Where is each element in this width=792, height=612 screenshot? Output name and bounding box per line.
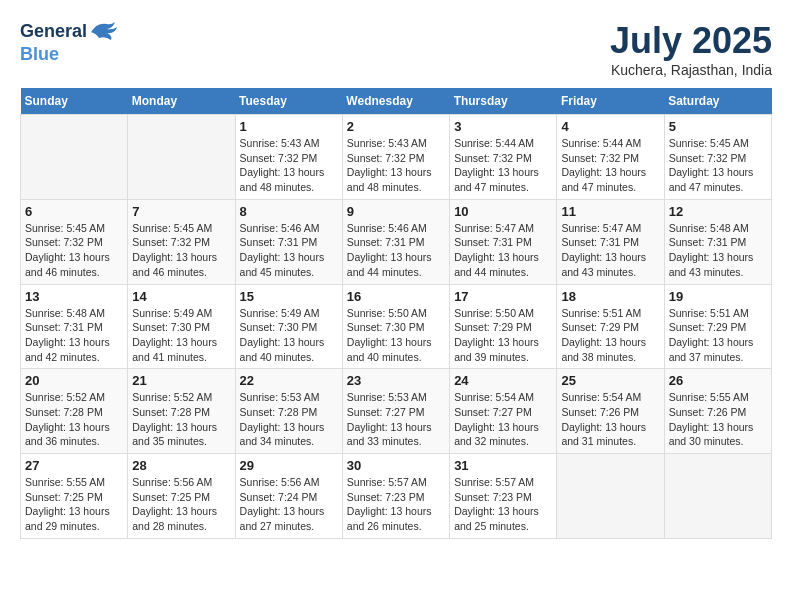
day-number: 3: [454, 119, 552, 134]
cell-info: Sunrise: 5:46 AMSunset: 7:31 PMDaylight:…: [240, 221, 338, 280]
cell-info: Sunrise: 5:55 AMSunset: 7:26 PMDaylight:…: [669, 390, 767, 449]
calendar-cell: 16Sunrise: 5:50 AMSunset: 7:30 PMDayligh…: [342, 284, 449, 369]
cell-info: Sunrise: 5:51 AMSunset: 7:29 PMDaylight:…: [561, 306, 659, 365]
calendar-cell: 1Sunrise: 5:43 AMSunset: 7:32 PMDaylight…: [235, 115, 342, 200]
weekday-wednesday: Wednesday: [342, 88, 449, 115]
calendar-cell: [664, 454, 771, 539]
day-number: 19: [669, 289, 767, 304]
calendar-cell: 8Sunrise: 5:46 AMSunset: 7:31 PMDaylight…: [235, 199, 342, 284]
cell-info: Sunrise: 5:44 AMSunset: 7:32 PMDaylight:…: [561, 136, 659, 195]
calendar-cell: [21, 115, 128, 200]
calendar-cell: 11Sunrise: 5:47 AMSunset: 7:31 PMDayligh…: [557, 199, 664, 284]
day-number: 9: [347, 204, 445, 219]
calendar-cell: 18Sunrise: 5:51 AMSunset: 7:29 PMDayligh…: [557, 284, 664, 369]
cell-info: Sunrise: 5:52 AMSunset: 7:28 PMDaylight:…: [132, 390, 230, 449]
weekday-friday: Friday: [557, 88, 664, 115]
cell-info: Sunrise: 5:43 AMSunset: 7:32 PMDaylight:…: [240, 136, 338, 195]
logo: General Blue: [20, 20, 119, 66]
calendar-cell: 28Sunrise: 5:56 AMSunset: 7:25 PMDayligh…: [128, 454, 235, 539]
day-number: 11: [561, 204, 659, 219]
weekday-monday: Monday: [128, 88, 235, 115]
calendar-cell: 12Sunrise: 5:48 AMSunset: 7:31 PMDayligh…: [664, 199, 771, 284]
calendar-cell: 17Sunrise: 5:50 AMSunset: 7:29 PMDayligh…: [450, 284, 557, 369]
calendar-cell: 24Sunrise: 5:54 AMSunset: 7:27 PMDayligh…: [450, 369, 557, 454]
weekday-header-row: SundayMondayTuesdayWednesdayThursdayFrid…: [21, 88, 772, 115]
cell-info: Sunrise: 5:50 AMSunset: 7:30 PMDaylight:…: [347, 306, 445, 365]
cell-info: Sunrise: 5:45 AMSunset: 7:32 PMDaylight:…: [25, 221, 123, 280]
calendar-cell: 22Sunrise: 5:53 AMSunset: 7:28 PMDayligh…: [235, 369, 342, 454]
day-number: 16: [347, 289, 445, 304]
cell-info: Sunrise: 5:48 AMSunset: 7:31 PMDaylight:…: [25, 306, 123, 365]
day-number: 17: [454, 289, 552, 304]
week-row-2: 6Sunrise: 5:45 AMSunset: 7:32 PMDaylight…: [21, 199, 772, 284]
day-number: 22: [240, 373, 338, 388]
calendar-cell: 21Sunrise: 5:52 AMSunset: 7:28 PMDayligh…: [128, 369, 235, 454]
cell-info: Sunrise: 5:55 AMSunset: 7:25 PMDaylight:…: [25, 475, 123, 534]
calendar-cell: 30Sunrise: 5:57 AMSunset: 7:23 PMDayligh…: [342, 454, 449, 539]
week-row-1: 1Sunrise: 5:43 AMSunset: 7:32 PMDaylight…: [21, 115, 772, 200]
cell-info: Sunrise: 5:52 AMSunset: 7:28 PMDaylight:…: [25, 390, 123, 449]
day-number: 20: [25, 373, 123, 388]
calendar-cell: 25Sunrise: 5:54 AMSunset: 7:26 PMDayligh…: [557, 369, 664, 454]
calendar-cell: 10Sunrise: 5:47 AMSunset: 7:31 PMDayligh…: [450, 199, 557, 284]
cell-info: Sunrise: 5:50 AMSunset: 7:29 PMDaylight:…: [454, 306, 552, 365]
day-number: 24: [454, 373, 552, 388]
cell-info: Sunrise: 5:54 AMSunset: 7:26 PMDaylight:…: [561, 390, 659, 449]
cell-info: Sunrise: 5:53 AMSunset: 7:28 PMDaylight:…: [240, 390, 338, 449]
day-number: 14: [132, 289, 230, 304]
calendar-cell: 31Sunrise: 5:57 AMSunset: 7:23 PMDayligh…: [450, 454, 557, 539]
cell-info: Sunrise: 5:46 AMSunset: 7:31 PMDaylight:…: [347, 221, 445, 280]
week-row-5: 27Sunrise: 5:55 AMSunset: 7:25 PMDayligh…: [21, 454, 772, 539]
day-number: 12: [669, 204, 767, 219]
page-header: General Blue July 2025 Kuchera, Rajastha…: [20, 20, 772, 78]
week-row-3: 13Sunrise: 5:48 AMSunset: 7:31 PMDayligh…: [21, 284, 772, 369]
cell-info: Sunrise: 5:57 AMSunset: 7:23 PMDaylight:…: [347, 475, 445, 534]
calendar-cell: 14Sunrise: 5:49 AMSunset: 7:30 PMDayligh…: [128, 284, 235, 369]
calendar-cell: 5Sunrise: 5:45 AMSunset: 7:32 PMDaylight…: [664, 115, 771, 200]
weekday-sunday: Sunday: [21, 88, 128, 115]
weekday-thursday: Thursday: [450, 88, 557, 115]
day-number: 4: [561, 119, 659, 134]
location: Kuchera, Rajasthan, India: [610, 62, 772, 78]
calendar-cell: 19Sunrise: 5:51 AMSunset: 7:29 PMDayligh…: [664, 284, 771, 369]
calendar-cell: 26Sunrise: 5:55 AMSunset: 7:26 PMDayligh…: [664, 369, 771, 454]
cell-info: Sunrise: 5:57 AMSunset: 7:23 PMDaylight:…: [454, 475, 552, 534]
calendar-cell: 7Sunrise: 5:45 AMSunset: 7:32 PMDaylight…: [128, 199, 235, 284]
day-number: 2: [347, 119, 445, 134]
calendar-cell: 29Sunrise: 5:56 AMSunset: 7:24 PMDayligh…: [235, 454, 342, 539]
cell-info: Sunrise: 5:49 AMSunset: 7:30 PMDaylight:…: [240, 306, 338, 365]
cell-info: Sunrise: 5:43 AMSunset: 7:32 PMDaylight:…: [347, 136, 445, 195]
day-number: 7: [132, 204, 230, 219]
day-number: 15: [240, 289, 338, 304]
cell-info: Sunrise: 5:45 AMSunset: 7:32 PMDaylight:…: [669, 136, 767, 195]
calendar-table: SundayMondayTuesdayWednesdayThursdayFrid…: [20, 88, 772, 539]
cell-info: Sunrise: 5:44 AMSunset: 7:32 PMDaylight:…: [454, 136, 552, 195]
day-number: 8: [240, 204, 338, 219]
weekday-saturday: Saturday: [664, 88, 771, 115]
cell-info: Sunrise: 5:54 AMSunset: 7:27 PMDaylight:…: [454, 390, 552, 449]
title-block: July 2025 Kuchera, Rajasthan, India: [610, 20, 772, 78]
calendar-cell: 15Sunrise: 5:49 AMSunset: 7:30 PMDayligh…: [235, 284, 342, 369]
day-number: 6: [25, 204, 123, 219]
logo-text: General Blue: [20, 20, 119, 66]
day-number: 27: [25, 458, 123, 473]
calendar-cell: 4Sunrise: 5:44 AMSunset: 7:32 PMDaylight…: [557, 115, 664, 200]
calendar-cell: 23Sunrise: 5:53 AMSunset: 7:27 PMDayligh…: [342, 369, 449, 454]
month-title: July 2025: [610, 20, 772, 62]
day-number: 23: [347, 373, 445, 388]
calendar-cell: [128, 115, 235, 200]
day-number: 29: [240, 458, 338, 473]
cell-info: Sunrise: 5:47 AMSunset: 7:31 PMDaylight:…: [454, 221, 552, 280]
day-number: 13: [25, 289, 123, 304]
day-number: 26: [669, 373, 767, 388]
day-number: 1: [240, 119, 338, 134]
day-number: 5: [669, 119, 767, 134]
cell-info: Sunrise: 5:56 AMSunset: 7:24 PMDaylight:…: [240, 475, 338, 534]
calendar-cell: 3Sunrise: 5:44 AMSunset: 7:32 PMDaylight…: [450, 115, 557, 200]
day-number: 31: [454, 458, 552, 473]
calendar-cell: [557, 454, 664, 539]
day-number: 25: [561, 373, 659, 388]
day-number: 21: [132, 373, 230, 388]
calendar-cell: 6Sunrise: 5:45 AMSunset: 7:32 PMDaylight…: [21, 199, 128, 284]
cell-info: Sunrise: 5:49 AMSunset: 7:30 PMDaylight:…: [132, 306, 230, 365]
